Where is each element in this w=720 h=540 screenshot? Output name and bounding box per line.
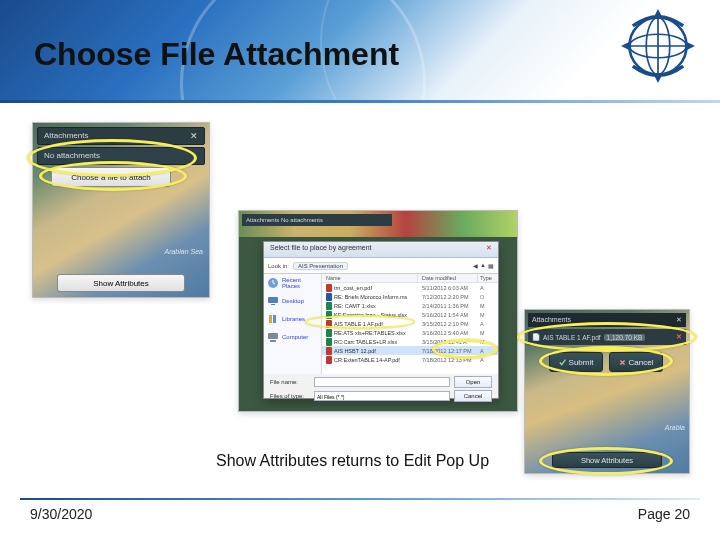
screenshot-attachments-panel: Arabian Sea Attachments ✕ No attachments… xyxy=(32,122,210,298)
file-row[interactable]: RE:ATS xls+RE:TABLES.xlsx3/16/2012 5:40 … xyxy=(322,328,498,337)
col-date[interactable]: Date modified xyxy=(418,274,478,282)
dialog-path-bar: Look in: AIS Presentation ◀ ▲ ▦ xyxy=(264,258,498,274)
open-button-label: Open xyxy=(466,379,481,385)
highlight-oval xyxy=(39,161,187,191)
highlight-oval xyxy=(539,346,673,376)
filename-label: File name: xyxy=(270,379,310,385)
icao-logo xyxy=(616,4,700,88)
dialog-titlebar: Select file to place by agreement ✕ xyxy=(264,242,498,258)
show-attributes-label-1: Show Attributes xyxy=(93,279,149,288)
view-icon[interactable]: ▦ xyxy=(488,262,494,269)
footer-page: Page 20 xyxy=(638,506,690,522)
footer-date: 9/30/2020 xyxy=(30,506,92,522)
svg-rect-8 xyxy=(269,315,272,323)
footer-rule xyxy=(20,498,700,500)
recent-icon xyxy=(267,277,279,289)
highlight-oval xyxy=(305,315,415,329)
map-label-sea: Arabia xyxy=(665,424,685,431)
pdf-file-icon xyxy=(326,356,332,364)
file-list-header: Name Date modified Type xyxy=(322,274,498,283)
close-icon[interactable]: ✕ xyxy=(676,313,682,327)
show-attributes-button-1[interactable]: Show Attributes xyxy=(57,274,185,292)
path-label: Look in: xyxy=(268,263,289,269)
sidebar-item-desktop[interactable]: Desktop xyxy=(267,295,318,307)
col-name[interactable]: Name xyxy=(322,274,418,282)
desktop-icon xyxy=(267,295,279,307)
xls-file-icon xyxy=(326,338,332,346)
file-row[interactable]: RE: Briefs Morocco Inform.ms7/12/2012 2:… xyxy=(322,292,498,301)
highlight-oval xyxy=(539,447,673,475)
svg-rect-9 xyxy=(273,315,276,323)
sidebar-label: Recent Places xyxy=(282,277,318,289)
cancel-button-label: Cancel xyxy=(464,393,483,399)
screenshot-file-dialog: Attachments No attachments Select file t… xyxy=(238,210,518,412)
nav-back-icon[interactable]: ◀ xyxy=(473,262,478,269)
page-title: Choose File Attachment xyxy=(34,36,399,73)
filetype-label: Files of type: xyxy=(270,393,310,399)
close-icon[interactable]: ✕ xyxy=(190,128,198,144)
doc-file-icon xyxy=(326,293,332,301)
nav-up-icon[interactable]: ▲ xyxy=(480,262,486,269)
attachments-header-2-label: Attachments No attachments xyxy=(246,217,323,223)
caption-text: Show Attributes returns to Edit Pop Up xyxy=(216,452,489,470)
path-crumb[interactable]: AIS Presentation xyxy=(293,262,348,270)
svg-rect-7 xyxy=(271,304,275,305)
sidebar-label: Libraries xyxy=(282,316,305,322)
sidebar-label: Desktop xyxy=(282,298,304,304)
libraries-icon xyxy=(267,313,279,325)
svg-rect-6 xyxy=(268,297,278,303)
header-underline xyxy=(0,100,720,103)
sidebar-label: Computer xyxy=(282,334,308,340)
sidebar-item-recent[interactable]: Recent Places xyxy=(267,277,318,289)
map-label-sea: Arabian Sea xyxy=(164,248,203,255)
dialog-title-label: Select file to place by agreement xyxy=(270,244,372,255)
cancel-button[interactable]: Cancel xyxy=(454,390,492,402)
pdf-file-icon xyxy=(326,347,332,355)
slide: Choose File Attachment Arabian Sea Attac… xyxy=(0,0,720,540)
sidebar-item-computer[interactable]: Computer xyxy=(267,331,318,343)
close-icon[interactable]: ✕ xyxy=(486,244,492,255)
xls-file-icon xyxy=(326,302,332,310)
xls-file-icon xyxy=(326,329,332,337)
svg-rect-10 xyxy=(268,333,278,339)
svg-rect-11 xyxy=(270,340,276,342)
screenshot-submit-panel: Arabia Attachments ✕ 📄 AIS TABLE 1 AF.pd… xyxy=(524,309,690,474)
dialog-footer: File name: Open Files of type: All Files… xyxy=(264,374,498,400)
file-row[interactable]: trn_cost_en.pdf5/11/2012 6:03 AMA xyxy=(322,283,498,292)
filename-input[interactable] xyxy=(314,377,450,387)
filetype-select[interactable]: All Files (*.*) xyxy=(314,391,450,401)
open-button[interactable]: Open xyxy=(454,376,492,388)
col-type[interactable]: Type xyxy=(478,274,498,282)
file-row[interactable]: RE: CAMT 1.xlsx2/14/2011 1:36 PMM xyxy=(322,301,498,310)
computer-icon xyxy=(267,331,279,343)
highlight-oval xyxy=(432,339,498,359)
attachments-header-2: Attachments No attachments xyxy=(242,214,392,226)
pdf-file-icon xyxy=(326,284,332,292)
